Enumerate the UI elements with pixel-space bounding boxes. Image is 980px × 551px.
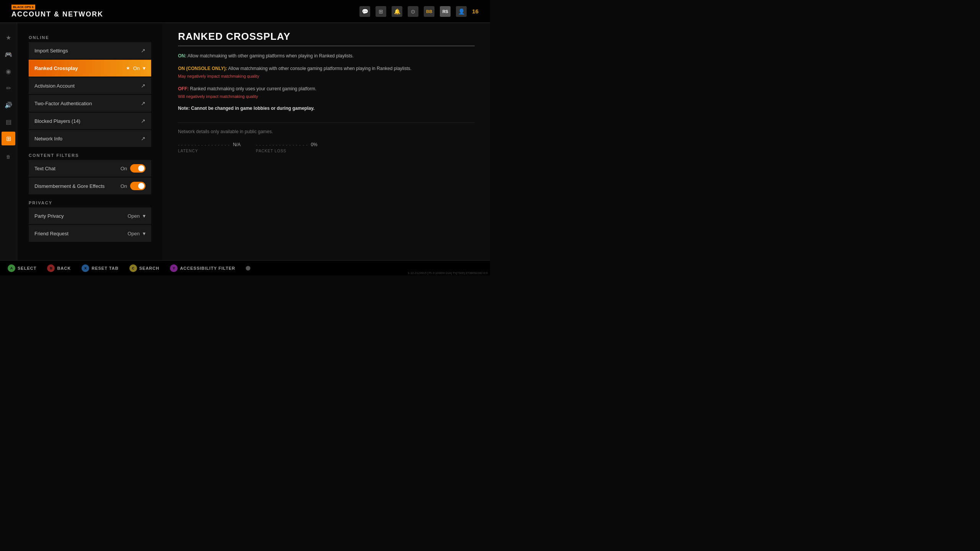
back-label: BACK <box>57 266 71 271</box>
b-button-icon: B <box>47 264 55 272</box>
sidebar-item-favorites[interactable]: ★ <box>2 31 15 44</box>
setting-import-settings[interactable]: Import Settings ↗ <box>29 42 151 59</box>
detail-title: Ranked Crossplay <box>178 31 475 46</box>
packet-loss-value: 0% <box>311 142 317 147</box>
sidebar-item-delete[interactable]: 🗑 <box>2 150 15 164</box>
setting-friend-request[interactable]: Friend Request Open ▾ <box>29 225 151 242</box>
privacy-list: Party Privacy Open ▾ Friend Request Open… <box>29 207 151 242</box>
action-select[interactable]: A SELECT <box>8 264 36 272</box>
console-text: Allow matchmaking with other console gam… <box>228 66 412 71</box>
note-label: Note: <box>178 106 190 111</box>
y-button-icon: Y <box>170 264 178 272</box>
external-link-icon: ↗ <box>141 100 145 106</box>
section-title-content-filters: CONTENT FILTERS <box>29 153 151 158</box>
grid-icon[interactable]: ⊞ <box>376 6 386 17</box>
section-title-privacy: PRIVACY <box>29 201 151 205</box>
external-link-icon: ↗ <box>141 118 145 124</box>
latency-label: LATENCY <box>178 149 240 153</box>
detail-line-off: OFF: Ranked matchmaking only uses your c… <box>178 85 475 100</box>
bb-icon[interactable]: BB <box>424 6 434 17</box>
select-label: SELECT <box>18 266 36 271</box>
packet-loss-label: PACKET LOSS <box>256 149 317 153</box>
network-note: Network details only available in public… <box>178 129 475 134</box>
detail-console-section: ON (CONSOLE ONLY): Allow matchmaking wit… <box>178 65 475 80</box>
sidebar-item-display[interactable]: ▤ <box>2 115 15 129</box>
action-accessibility[interactable]: Y ACCESSIBILITY FILTER <box>170 264 235 272</box>
content-filters-list: Text Chat On Dismemberment & Gore Effect… <box>29 160 151 194</box>
setting-party-privacy[interactable]: Party Privacy Open ▾ <box>29 207 151 224</box>
setting-text-chat[interactable]: Text Chat On <box>29 160 151 177</box>
main-layout: ★ 🎮 ◉ ✏ 🔊 ▤ ⊞ 🗑 ONLINE Import Settings ↗… <box>0 23 490 260</box>
sidebar-item-audio[interactable]: 🔊 <box>2 98 15 112</box>
network-info-area: Network details only available in public… <box>178 122 475 153</box>
detail-panel: Ranked Crossplay ON: Allow matchmaking w… <box>163 23 490 260</box>
c-button-icon: C <box>129 264 137 272</box>
section-title-online: ONLINE <box>29 35 151 40</box>
setting-network-info[interactable]: Network Info ↗ <box>29 130 151 147</box>
off-text: Ranked matchmaking only uses your curren… <box>190 86 316 91</box>
rs-badge[interactable]: RS <box>440 6 451 17</box>
latency-stat: - - - - - - - - - - - - - - - - N/A LATE… <box>178 142 240 153</box>
latency-value: N/A <box>233 142 240 147</box>
profile-icon[interactable]: ⊙ <box>408 6 418 17</box>
action-back[interactable]: B BACK <box>47 264 71 272</box>
external-link-icon: ↗ <box>141 83 145 89</box>
off-label: OFF: <box>178 86 189 91</box>
setting-gore-effects[interactable]: Dismemberment & Gore Effects On <box>29 178 151 194</box>
header: BLACK OPS 6 ACCOUNT & NETWORK 💬 ⊞ 🔔 ⊙ BB… <box>0 0 490 23</box>
external-link-icon: ↗ <box>141 47 145 54</box>
detail-line-on: ON: Allow matchmaking with other gaming … <box>178 52 475 60</box>
setting-activision-account[interactable]: Activision Account ↗ <box>29 77 151 94</box>
sidebar-item-player[interactable]: ◉ <box>2 64 15 78</box>
on-label: ON: <box>178 53 186 59</box>
accessibility-label: ACCESSIBILITY FILTER <box>180 266 235 271</box>
console-only-label: ON (CONSOLE ONLY): <box>178 66 227 71</box>
gore-effects-toggle[interactable] <box>130 182 145 190</box>
setting-ranked-crossplay[interactable]: Ranked Crossplay ★ On ▾ <box>29 60 151 77</box>
action-reset-tab[interactable]: X RESET TAB <box>82 264 119 272</box>
chevron-down-icon: ▾ <box>143 65 145 71</box>
page-title: ACCOUNT & NETWORK <box>11 10 103 18</box>
online-settings-list: Import Settings ↗ Ranked Crossplay ★ On … <box>29 42 151 147</box>
sidebar-item-edit[interactable]: ✏ <box>2 81 15 95</box>
console-warn: May negatively impact matchmaking qualit… <box>178 73 475 80</box>
detail-line-console: ON (CONSOLE ONLY): Allow matchmaking wit… <box>178 65 475 80</box>
external-link-icon: ↗ <box>141 135 145 142</box>
network-stats: - - - - - - - - - - - - - - - - N/A LATE… <box>178 142 475 153</box>
debug-info: 1:12.2123915 [75-3:10309+11A] Th[7300]:1… <box>405 271 490 276</box>
action-search[interactable]: C SEARCH <box>129 264 159 272</box>
detail-note: Note: Cannot be changed in game lobbies … <box>178 106 475 111</box>
setting-blocked-players[interactable]: Blocked Players (14) ↗ <box>29 112 151 129</box>
user-icon[interactable]: 👤 <box>456 6 467 17</box>
packet-loss-stat: - - - - - - - - - - - - - - - - 0% PACKE… <box>256 142 317 153</box>
sidebar-item-controller[interactable]: 🎮 <box>2 47 15 61</box>
sidebar: ★ 🎮 ◉ ✏ 🔊 ▤ ⊞ 🗑 <box>0 23 17 260</box>
game-logo: BLACK OPS 6 <box>11 5 35 10</box>
setting-two-factor-auth[interactable]: Two-Factor Authentication ↗ <box>29 95 151 112</box>
reset-tab-label: RESET TAB <box>91 266 119 271</box>
chat-icon[interactable]: 💬 <box>359 6 370 17</box>
off-warn: Will negatively impact matchmaking quali… <box>178 93 475 100</box>
latency-dashes: - - - - - - - - - - - - - - - - <box>178 142 230 147</box>
filter-dot <box>246 266 250 271</box>
sidebar-item-network[interactable]: ⊞ <box>2 132 15 145</box>
header-logo: BLACK OPS 6 ACCOUNT & NETWORK <box>11 5 103 18</box>
packet-loss-dashes: - - - - - - - - - - - - - - - - <box>256 142 307 147</box>
settings-content: ONLINE Import Settings ↗ Ranked Crosspla… <box>17 23 163 260</box>
note-text: Cannot be changed in game lobbies or dur… <box>191 106 315 111</box>
bell-icon[interactable]: 🔔 <box>392 6 402 17</box>
chevron-down-icon: ▾ <box>143 230 145 236</box>
header-right: 💬 ⊞ 🔔 ⊙ BB RS 👤 16 <box>359 6 479 17</box>
a-button-icon: A <box>8 264 15 272</box>
detail-off-section: OFF: Ranked matchmaking only uses your c… <box>178 85 475 100</box>
chevron-down-icon: ▾ <box>143 213 145 219</box>
favorite-star-icon: ★ <box>126 65 130 71</box>
search-label: SEARCH <box>139 266 159 271</box>
level-display: 16 <box>472 8 479 15</box>
text-chat-toggle[interactable] <box>130 164 145 173</box>
on-text: Allow matchmaking with other gaming plat… <box>188 53 354 59</box>
detail-on-section: ON: Allow matchmaking with other gaming … <box>178 52 475 60</box>
x-button-icon: X <box>82 264 89 272</box>
